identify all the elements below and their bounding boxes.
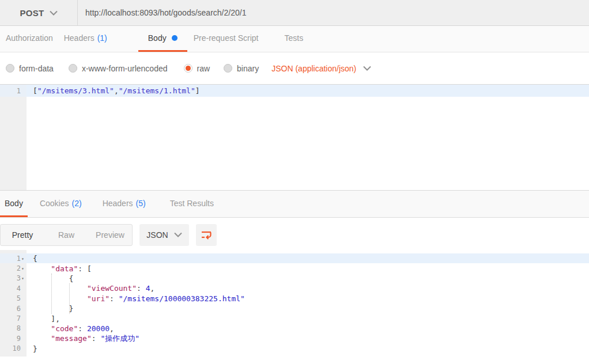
view-mode-pretty[interactable]: Pretty	[1, 225, 44, 245]
code-text: "uri": "/msitems/100000383225.html"	[27, 294, 589, 304]
code-text: {	[27, 253, 589, 263]
response-tab-body[interactable]: Body	[0, 191, 28, 217]
code-text: {	[27, 274, 589, 283]
line-number: 8	[0, 324, 27, 333]
response-body-editor[interactable]: 1▾{2▾ "data": [3▾ {4 "viewCount": 4,5 "u…	[0, 252, 589, 357]
code-line: 9 "message": "操作成功"	[0, 333, 589, 343]
tab-label: Tests	[285, 33, 304, 43]
code-text: }	[27, 304, 589, 313]
code-line: 6 }	[0, 304, 589, 313]
tab-label: Headers	[64, 33, 95, 43]
response-format-label: JSON	[146, 230, 168, 240]
line-number[interactable]: 2▾	[0, 263, 27, 273]
line-number: 5	[0, 294, 27, 304]
request-tab-pre-request-script[interactable]: Pre-request Script	[192, 26, 260, 52]
radio-icon	[69, 64, 77, 73]
fold-caret-icon[interactable]: ▾	[21, 276, 27, 281]
request-tab-headers[interactable]: Headers(1)	[63, 26, 108, 52]
body-mode-form-data[interactable]: form-data	[6, 64, 54, 73]
tab-label: Body	[5, 199, 23, 208]
wrap-lines-button[interactable]	[196, 224, 217, 246]
code-text: "message": "操作成功"	[27, 333, 589, 343]
response-tab-test-results[interactable]: Test Results	[169, 191, 215, 217]
response-tab-cookies[interactable]: Cookies(2)	[39, 191, 83, 217]
code-line: 1["/msitems/3.html","/msitems/1.html"]	[0, 85, 589, 97]
wrap-lines-icon	[201, 230, 212, 240]
code-text: ["/msitems/3.html","/msitems/1.html"]	[27, 85, 589, 97]
request-tab-bar: AuthorizationHeaders(1)BodyPre-request S…	[0, 26, 589, 52]
method-dropdown[interactable]: POST	[0, 0, 78, 25]
request-url-bar: POST http://localhost:8093/hot/goods/sea…	[0, 0, 589, 26]
radio-icon	[224, 64, 232, 73]
postman-window: POST http://localhost:8093/hot/goods/sea…	[0, 0, 589, 364]
code-line: 8 "code": 20000,	[0, 324, 589, 333]
unsaved-dot-icon	[172, 35, 178, 41]
tab-label: Headers	[103, 199, 133, 208]
code-line: 1▾{	[0, 253, 589, 263]
radio-label: binary	[237, 64, 259, 73]
tab-label: Body	[148, 33, 167, 43]
line-number: 6	[0, 304, 27, 313]
url-text: http://localhost:8093/hot/goods/search/2…	[85, 8, 246, 17]
body-mode-x-www-form-urlencoded[interactable]: x-www-form-urlencoded	[69, 64, 168, 73]
fold-caret-icon[interactable]: ▾	[21, 256, 27, 261]
radio-icon	[6, 64, 14, 73]
line-number: 9	[0, 333, 27, 343]
view-mode-raw[interactable]: Raw	[44, 225, 88, 245]
response-tab-headers[interactable]: Headers(5)	[101, 191, 147, 217]
response-toolbar: PrettyRawPreview JSON	[0, 218, 589, 252]
response-tab-bar: BodyCookies(2)Headers(5)Test Results	[0, 190, 589, 218]
code-text: "data": [	[27, 263, 589, 273]
radio-label: raw	[197, 64, 210, 73]
request-tab-tests[interactable]: Tests	[284, 26, 305, 52]
body-mode-raw[interactable]: raw	[184, 64, 210, 73]
request-tab-authorization[interactable]: Authorization	[5, 26, 54, 52]
line-number: 4	[0, 283, 27, 293]
code-line: 5 "uri": "/msitems/100000383225.html"	[0, 294, 589, 304]
indent-guide	[69, 283, 70, 314]
tab-label: Pre-request Script	[194, 33, 259, 43]
radio-icon	[184, 64, 192, 73]
code-line: 7 ],	[0, 313, 589, 323]
response-view-toggle: PrettyRawPreview	[0, 224, 133, 246]
line-number[interactable]: 3▾	[0, 274, 27, 283]
request-editor-gutter	[0, 85, 27, 190]
chevron-down-icon	[363, 66, 371, 71]
code-text: "code": 20000,	[27, 324, 589, 333]
indent-guide	[51, 274, 52, 314]
view-mode-preview[interactable]: Preview	[88, 225, 132, 245]
line-number[interactable]: 1▾	[0, 253, 27, 263]
body-mode-row: form-datax-www-form-urlencodedrawbinary …	[0, 52, 589, 84]
code-line: 2▾ "data": [	[0, 263, 589, 273]
tab-count-badge: (1)	[97, 33, 107, 43]
code-line: 10}	[0, 344, 589, 354]
body-mode-radios: form-datax-www-form-urlencodedrawbinary	[0, 64, 271, 73]
tab-count-badge: (5)	[136, 199, 146, 208]
tab-label: Authorization	[6, 33, 53, 43]
method-label: POST	[20, 8, 44, 18]
url-input[interactable]: http://localhost:8093/hot/goods/search/2…	[78, 0, 589, 25]
content-type-dropdown[interactable]: JSON (application/json)	[271, 64, 371, 73]
response-format-dropdown[interactable]: JSON	[139, 224, 189, 246]
code-text: ],	[27, 313, 589, 323]
code-line: 3▾ {	[0, 274, 589, 283]
line-number: 1	[0, 85, 27, 97]
tab-label: Cookies	[40, 199, 69, 208]
chevron-down-icon	[174, 232, 182, 237]
line-number: 7	[0, 313, 27, 323]
code-text: "viewCount": 4,	[27, 283, 589, 293]
line-number: 10	[0, 344, 27, 354]
radio-label: form-data	[19, 64, 54, 73]
request-body-editor[interactable]: 1["/msitems/3.html","/msitems/1.html"]	[0, 84, 589, 190]
code-line: 4 "viewCount": 4,	[0, 283, 589, 293]
fold-caret-icon[interactable]: ▾	[21, 266, 27, 271]
body-mode-binary[interactable]: binary	[224, 64, 259, 73]
radio-label: x-www-form-urlencoded	[82, 64, 168, 73]
content-type-label: JSON (application/json)	[271, 64, 356, 73]
chevron-down-icon	[50, 10, 58, 16]
code-text: }	[27, 344, 589, 354]
tab-label: Test Results	[170, 199, 214, 208]
request-tab-body[interactable]: Body	[138, 26, 187, 52]
tab-count-badge: (2)	[72, 199, 82, 208]
